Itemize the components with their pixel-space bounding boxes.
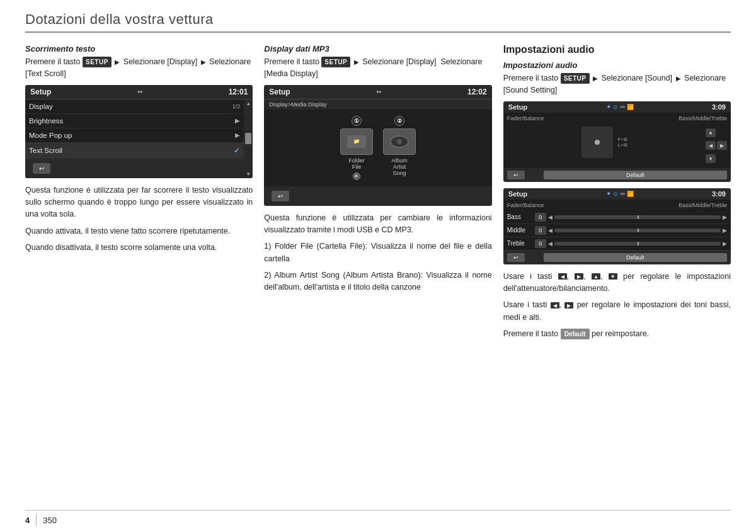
arrow-2: ▶ xyxy=(354,57,359,67)
section-title-scorrimento: Scorrimento testo xyxy=(25,44,253,54)
arrow-1b: ▶ xyxy=(201,57,206,67)
audio-title-2: Setup xyxy=(508,190,528,198)
nav-right[interactable]: ▶ xyxy=(717,141,727,150)
menu-row-modepopup: Mode Pop up ▶ xyxy=(25,128,244,143)
up-icon-1: ▲ xyxy=(592,273,600,280)
setup-badge-2: SETUP xyxy=(321,57,350,67)
left-icon-1: ◀ xyxy=(558,273,567,280)
left-icon-2: ◀ xyxy=(551,302,559,308)
nav-down[interactable]: ▼ xyxy=(706,154,716,163)
down-icon-1: ▼ xyxy=(609,273,617,280)
audio-time-2: 3:09 xyxy=(712,190,726,198)
section-title-mp3: Display dati MP3 xyxy=(264,44,491,54)
media-item-album: ② AlbumArtistSong xyxy=(383,116,416,180)
scrollbar-1: ▲ ▼ xyxy=(244,99,253,178)
media-num-1: ① xyxy=(352,116,362,126)
back-btn-2[interactable]: ↩ xyxy=(272,191,289,201)
setup-badge-3: SETUP xyxy=(561,73,590,84)
screen-header-1: Setup ⇔ 12:01 xyxy=(25,85,253,99)
arrow-1: ▶ xyxy=(115,57,120,67)
page-container: Dotazioni della vostra vettura Scorrimen… xyxy=(0,0,756,532)
col-scorrimento: Scorrimento testo Premere il tasto SETUP… xyxy=(25,44,264,506)
menu-row-brightness: Brightness ▶ xyxy=(25,114,244,128)
audio-header-1: Setup ✦ ⊙ ⇔ 📶 3:09 xyxy=(503,101,731,113)
screen-title-2: Setup xyxy=(269,88,290,96)
screen-title-1: Setup xyxy=(30,88,51,96)
folder-icon: 📁 xyxy=(340,128,373,155)
back-btn-audio-1[interactable]: ↩ xyxy=(507,171,525,179)
screen-time-2: 12:02 xyxy=(467,88,487,96)
album-icon xyxy=(383,128,416,155)
screen-header-2: Setup ⇔ 12:02 xyxy=(264,85,491,99)
menu-row-display: Display 1/2 xyxy=(25,99,244,114)
media-num-2: ② xyxy=(394,116,404,126)
arrow-3: ▶ xyxy=(593,74,598,83)
screen-audio-2: Setup ✦ ⊙ ⇔ 📶 3:09 Fader/Balance Bass/Mi… xyxy=(503,188,731,264)
footer-page-num: 4 xyxy=(25,516,30,525)
audio-header-2: Setup ✦ ⊙ ⇔ 📶 3:09 xyxy=(503,188,731,200)
footer-separator xyxy=(36,514,37,526)
screen-scorrimento: Setup ⇔ 12:01 Display 1/2 xyxy=(25,85,253,178)
bt-icon-2: ✦ xyxy=(606,190,611,197)
connect-icon-2: ⇔ xyxy=(620,190,625,197)
fader-area-1: F=B L=R ▲ ◀ ▶ ▼ xyxy=(503,124,731,168)
page-footer: 4 350 xyxy=(25,510,731,526)
main-content: Scorrimento testo Premere il tasto SETUP… xyxy=(25,44,731,506)
footer-text-1: Usare i tasti ◀, ▶, ▲, ▼ per regolare le… xyxy=(503,271,731,295)
default-btn-1[interactable]: Default xyxy=(544,171,727,179)
screen-mp3: Setup ⇔ 12:02 Display>Media Display ① 📁 xyxy=(264,85,491,206)
instruction-mp3: Premere il tasto SETUP ▶ Selezionare [Di… xyxy=(264,56,491,80)
instruction-scorrimento: Premere il tasto SETUP ▶ Selezionare [Di… xyxy=(25,56,253,80)
back-btn-1[interactable]: ↩ xyxy=(33,163,50,174)
instruction-audio: Premere il tasto SETUP ▶ Selezionare [So… xyxy=(503,72,731,96)
default-badge: Default xyxy=(561,329,590,340)
right-icon-1: ▶ xyxy=(575,273,583,280)
tone-row-bass: Bass 0 ◀ ▶ xyxy=(503,211,731,224)
col-mp3: Display dati MP3 Premere il tasto SETUP … xyxy=(264,44,503,506)
screen-body-1: Display 1/2 Brightness ▶ Mode Pop up ▶ xyxy=(25,99,253,178)
screen-footer-2: ↩ Default xyxy=(503,251,731,264)
setup-badge-1: SETUP xyxy=(83,57,112,67)
back-btn-audio-2[interactable]: ↩ xyxy=(507,253,525,262)
screen-footer-1: ↩ Default xyxy=(503,168,731,182)
audio-title-1: Setup xyxy=(508,103,528,111)
album-label: AlbumArtistSong xyxy=(391,157,408,176)
folder-label: FolderFile xyxy=(348,157,365,170)
fader-box xyxy=(581,127,613,158)
screen-subtitle-2: Display>Media Display xyxy=(264,99,491,110)
audio-time-1: 3:09 xyxy=(712,103,726,111)
screen-icons-1: ⇔ xyxy=(137,88,142,95)
tone-row-treble: Treble 0 ◀ ▶ xyxy=(503,237,731,251)
body-text-1a: Questa funzione è utilizzata per far sco… xyxy=(25,184,253,221)
bt-icon-1: ✦ xyxy=(606,103,611,110)
footer-text-2: Usare i tasti ◀, ▶ per regolare le impos… xyxy=(503,299,731,324)
body-text-1c: Quando disattivata, il testo scorre sola… xyxy=(25,242,253,254)
body-text-1b: Quando attivata, il testo viene fatto sc… xyxy=(25,225,253,237)
right-icon-2: ▶ xyxy=(564,302,573,308)
screen-audio-1: Setup ✦ ⊙ ⇔ 📶 3:09 Fader/Balance Bass/Mi… xyxy=(503,101,731,182)
section-subtitle-audio: Impostazioni audio xyxy=(503,60,731,70)
arrow-3b: ▶ xyxy=(676,74,681,83)
page-title: Dotazioni della vostra vettura xyxy=(25,11,214,27)
menu-row-textscroll: Text Scroll ✓ xyxy=(25,143,244,159)
media-grid: ① 📁 FolderFile ② xyxy=(264,110,491,186)
default-btn-2[interactable]: Default xyxy=(544,253,727,262)
col-audio: Impostazioni audio Impostazioni audio Pr… xyxy=(503,44,731,506)
body-text-list2: 2) Album Artist Song (Album Artista Bran… xyxy=(264,269,491,294)
tone-row-middle: Middle 0 ◀ ▶ xyxy=(503,224,731,237)
footer-page-val: 350 xyxy=(43,516,57,525)
nav-left[interactable]: ◀ xyxy=(706,141,716,150)
media-item-folder: ① 📁 FolderFile xyxy=(340,116,373,180)
body-text-list1: 1) Folder File (Cartella File): Visualiz… xyxy=(264,241,491,265)
nav-up[interactable]: ▲ xyxy=(706,128,716,137)
section-title-audio: Impostazioni audio xyxy=(503,44,731,55)
body-text-2a: Questa funzione è utilizzata per cambiar… xyxy=(264,212,491,237)
page-header: Dotazioni della vostra vettura xyxy=(25,11,731,33)
footer-text-3: Premere il tasto Default per reimpostare… xyxy=(503,328,731,340)
screen-time-1: 12:01 xyxy=(229,88,248,96)
connect-icon-1: ⇔ xyxy=(620,103,625,110)
